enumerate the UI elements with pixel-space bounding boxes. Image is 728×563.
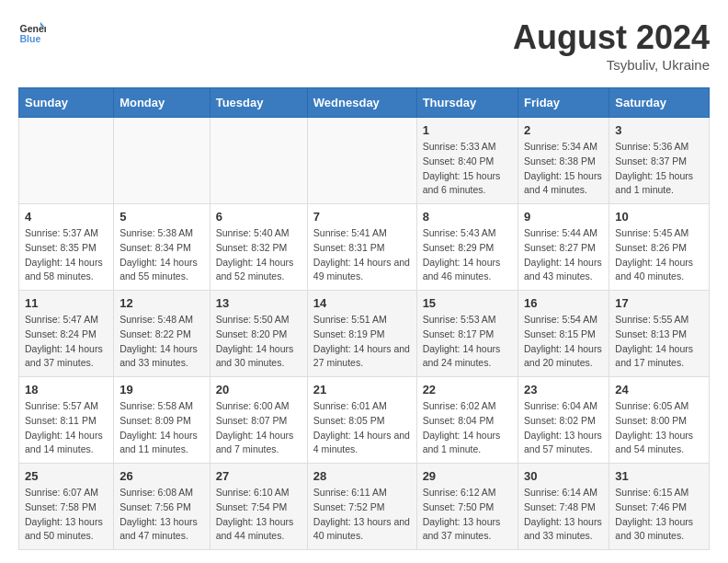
logo-icon: General Blue xyxy=(18,18,46,46)
day-number: 24 xyxy=(615,383,703,396)
title-block: August 2024 Tsybuliv, Ukraine xyxy=(513,18,710,73)
day-number: 29 xyxy=(423,469,512,483)
day-info: Sunrise: 5:41 AM Sunset: 8:31 PM Dayligh… xyxy=(313,226,411,284)
calendar-cell: 18Sunrise: 5:57 AM Sunset: 8:11 PM Dayli… xyxy=(19,377,114,464)
day-info: Sunrise: 5:37 AM Sunset: 8:35 PM Dayligh… xyxy=(25,226,108,284)
day-info: Sunrise: 6:14 AM Sunset: 7:48 PM Dayligh… xyxy=(524,486,603,544)
day-info: Sunrise: 5:47 AM Sunset: 8:24 PM Dayligh… xyxy=(25,313,108,371)
calendar-cell: 27Sunrise: 6:10 AM Sunset: 7:54 PM Dayli… xyxy=(210,464,307,550)
day-info: Sunrise: 5:57 AM Sunset: 8:11 PM Dayligh… xyxy=(25,399,108,457)
calendar-cell: 14Sunrise: 5:51 AM Sunset: 8:19 PM Dayli… xyxy=(307,291,416,377)
header-cell-tuesday: Tuesday xyxy=(210,88,307,118)
day-number: 26 xyxy=(119,469,204,483)
calendar-cell xyxy=(114,118,210,204)
day-info: Sunrise: 6:01 AM Sunset: 8:05 PM Dayligh… xyxy=(313,399,411,457)
header-cell-monday: Monday xyxy=(114,88,210,118)
day-number: 22 xyxy=(423,383,512,396)
day-info: Sunrise: 6:04 AM Sunset: 8:02 PM Dayligh… xyxy=(524,399,603,457)
day-number: 20 xyxy=(216,383,301,396)
logo: General Blue xyxy=(18,18,46,46)
day-info: Sunrise: 5:34 AM Sunset: 8:38 PM Dayligh… xyxy=(524,140,603,198)
sub-title: Tsybuliv, Ukraine xyxy=(513,57,710,73)
page-header: General Blue August 2024 Tsybuliv, Ukrai… xyxy=(18,18,710,73)
day-info: Sunrise: 6:00 AM Sunset: 8:07 PM Dayligh… xyxy=(216,399,301,457)
day-number: 3 xyxy=(615,123,703,137)
calendar-cell: 1Sunrise: 5:33 AM Sunset: 8:40 PM Daylig… xyxy=(416,118,518,204)
calendar-cell: 16Sunrise: 5:54 AM Sunset: 8:15 PM Dayli… xyxy=(518,291,609,377)
day-number: 17 xyxy=(615,296,703,310)
header-cell-saturday: Saturday xyxy=(609,88,710,118)
calendar-cell: 3Sunrise: 5:36 AM Sunset: 8:37 PM Daylig… xyxy=(609,118,710,204)
main-title: August 2024 xyxy=(513,18,710,57)
calendar-cell: 6Sunrise: 5:40 AM Sunset: 8:32 PM Daylig… xyxy=(210,204,307,291)
day-info: Sunrise: 6:05 AM Sunset: 8:00 PM Dayligh… xyxy=(615,399,703,457)
calendar-cell: 9Sunrise: 5:44 AM Sunset: 8:27 PM Daylig… xyxy=(518,204,609,291)
day-number: 15 xyxy=(423,296,512,310)
day-number: 12 xyxy=(119,296,204,310)
day-info: Sunrise: 5:36 AM Sunset: 8:37 PM Dayligh… xyxy=(615,140,703,198)
day-number: 23 xyxy=(524,383,603,396)
calendar-cell: 26Sunrise: 6:08 AM Sunset: 7:56 PM Dayli… xyxy=(114,464,210,550)
calendar-cell: 7Sunrise: 5:41 AM Sunset: 8:31 PM Daylig… xyxy=(307,204,416,291)
day-info: Sunrise: 6:07 AM Sunset: 7:58 PM Dayligh… xyxy=(25,486,108,544)
calendar-cell xyxy=(19,118,114,204)
day-info: Sunrise: 5:55 AM Sunset: 8:13 PM Dayligh… xyxy=(615,313,703,371)
week-row-1: 1Sunrise: 5:33 AM Sunset: 8:40 PM Daylig… xyxy=(19,118,710,204)
day-number: 14 xyxy=(313,296,411,310)
calendar-cell: 2Sunrise: 5:34 AM Sunset: 8:38 PM Daylig… xyxy=(518,118,609,204)
day-info: Sunrise: 5:43 AM Sunset: 8:29 PM Dayligh… xyxy=(423,226,512,284)
calendar-cell: 8Sunrise: 5:43 AM Sunset: 8:29 PM Daylig… xyxy=(416,204,518,291)
calendar-cell xyxy=(210,118,307,204)
day-number: 18 xyxy=(25,383,108,396)
calendar-cell: 23Sunrise: 6:04 AM Sunset: 8:02 PM Dayli… xyxy=(518,377,609,464)
day-number: 2 xyxy=(524,123,603,137)
calendar-cell: 10Sunrise: 5:45 AM Sunset: 8:26 PM Dayli… xyxy=(609,204,710,291)
day-info: Sunrise: 5:40 AM Sunset: 8:32 PM Dayligh… xyxy=(216,226,301,284)
day-info: Sunrise: 6:10 AM Sunset: 7:54 PM Dayligh… xyxy=(216,486,301,544)
svg-text:Blue: Blue xyxy=(20,33,41,44)
day-number: 11 xyxy=(25,296,108,310)
day-info: Sunrise: 5:58 AM Sunset: 8:09 PM Dayligh… xyxy=(119,399,204,457)
day-info: Sunrise: 5:48 AM Sunset: 8:22 PM Dayligh… xyxy=(119,313,204,371)
day-number: 27 xyxy=(216,469,301,483)
day-number: 5 xyxy=(119,210,204,224)
day-number: 13 xyxy=(216,296,301,310)
day-info: Sunrise: 5:45 AM Sunset: 8:26 PM Dayligh… xyxy=(615,226,703,284)
day-number: 8 xyxy=(423,210,512,224)
header-cell-friday: Friday xyxy=(518,88,609,118)
header-cell-thursday: Thursday xyxy=(416,88,518,118)
header-cell-sunday: Sunday xyxy=(19,88,114,118)
calendar-cell: 29Sunrise: 6:12 AM Sunset: 7:50 PM Dayli… xyxy=(416,464,518,550)
day-info: Sunrise: 6:12 AM Sunset: 7:50 PM Dayligh… xyxy=(423,486,512,544)
calendar-cell: 13Sunrise: 5:50 AM Sunset: 8:20 PM Dayli… xyxy=(210,291,307,377)
calendar-cell: 15Sunrise: 5:53 AM Sunset: 8:17 PM Dayli… xyxy=(416,291,518,377)
calendar-cell: 20Sunrise: 6:00 AM Sunset: 8:07 PM Dayli… xyxy=(210,377,307,464)
week-row-4: 18Sunrise: 5:57 AM Sunset: 8:11 PM Dayli… xyxy=(19,377,710,464)
day-number: 9 xyxy=(524,210,603,224)
calendar-cell: 31Sunrise: 6:15 AM Sunset: 7:46 PM Dayli… xyxy=(609,464,710,550)
day-info: Sunrise: 5:38 AM Sunset: 8:34 PM Dayligh… xyxy=(119,226,204,284)
calendar-cell: 25Sunrise: 6:07 AM Sunset: 7:58 PM Dayli… xyxy=(19,464,114,550)
day-number: 10 xyxy=(615,210,703,224)
calendar-cell: 22Sunrise: 6:02 AM Sunset: 8:04 PM Dayli… xyxy=(416,377,518,464)
calendar-cell: 11Sunrise: 5:47 AM Sunset: 8:24 PM Dayli… xyxy=(19,291,114,377)
day-number: 21 xyxy=(313,383,411,396)
day-number: 30 xyxy=(524,469,603,483)
day-number: 1 xyxy=(423,123,512,137)
calendar-cell: 24Sunrise: 6:05 AM Sunset: 8:00 PM Dayli… xyxy=(609,377,710,464)
calendar-cell: 30Sunrise: 6:14 AM Sunset: 7:48 PM Dayli… xyxy=(518,464,609,550)
calendar-cell: 28Sunrise: 6:11 AM Sunset: 7:52 PM Dayli… xyxy=(307,464,416,550)
day-number: 25 xyxy=(25,469,108,483)
day-info: Sunrise: 5:50 AM Sunset: 8:20 PM Dayligh… xyxy=(216,313,301,371)
day-number: 4 xyxy=(25,210,108,224)
day-number: 16 xyxy=(524,296,603,310)
day-info: Sunrise: 6:08 AM Sunset: 7:56 PM Dayligh… xyxy=(119,486,204,544)
day-info: Sunrise: 6:11 AM Sunset: 7:52 PM Dayligh… xyxy=(313,486,411,544)
day-number: 7 xyxy=(313,210,411,224)
day-number: 19 xyxy=(119,383,204,396)
day-info: Sunrise: 5:54 AM Sunset: 8:15 PM Dayligh… xyxy=(524,313,603,371)
day-info: Sunrise: 5:44 AM Sunset: 8:27 PM Dayligh… xyxy=(524,226,603,284)
calendar-cell: 21Sunrise: 6:01 AM Sunset: 8:05 PM Dayli… xyxy=(307,377,416,464)
calendar-cell: 4Sunrise: 5:37 AM Sunset: 8:35 PM Daylig… xyxy=(19,204,114,291)
day-number: 31 xyxy=(615,469,703,483)
